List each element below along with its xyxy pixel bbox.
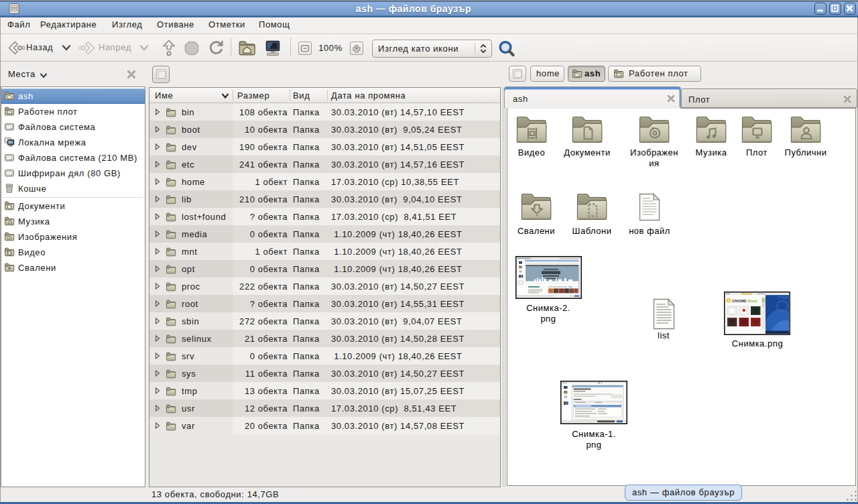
svg-text:Store: Store [747, 299, 758, 303]
svg-text:GNOME: GNOME [732, 299, 747, 303]
